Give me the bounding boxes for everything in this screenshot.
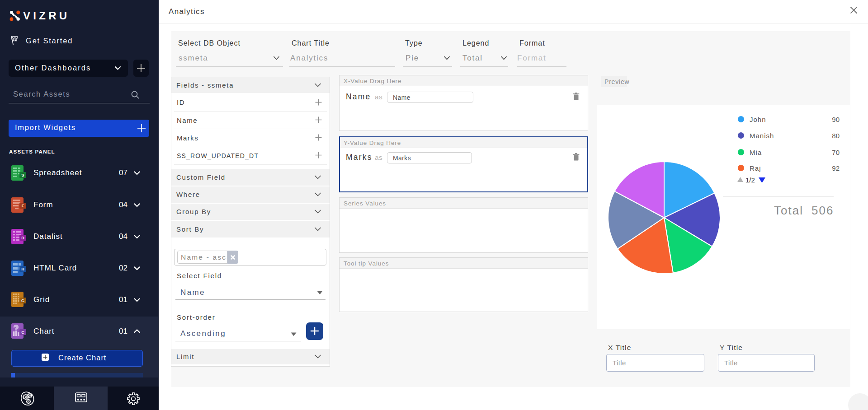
svg-text:S: S: [21, 172, 24, 177]
svg-text:G: G: [21, 298, 24, 303]
svg-text:C: C: [21, 330, 24, 335]
svg-text:D: D: [21, 236, 24, 240]
svg-text:H: H: [21, 267, 24, 271]
svg-text:F: F: [22, 204, 24, 208]
